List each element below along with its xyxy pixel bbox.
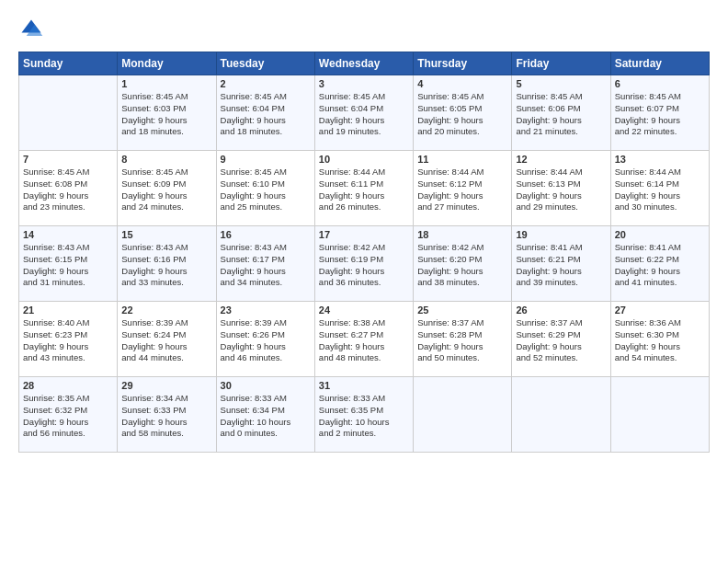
day-cell: 11Sunrise: 8:44 AMSunset: 6:12 PMDayligh… [414, 151, 512, 226]
day-info: Sunrise: 8:43 AMSunset: 6:16 PMDaylight:… [121, 242, 211, 289]
day-number: 17 [319, 229, 409, 240]
day-number: 16 [221, 229, 311, 240]
day-cell: 26Sunrise: 8:37 AMSunset: 6:29 PMDayligh… [512, 302, 610, 377]
day-number: 29 [121, 380, 211, 391]
sunrise-text: Sunrise: 8:40 AM [23, 317, 89, 327]
sunrise-text: Sunrise: 8:44 AM [615, 167, 681, 177]
sunrise-text: Sunrise: 8:33 AM [221, 393, 287, 403]
day-cell: 1Sunrise: 8:45 AMSunset: 6:03 PMDaylight… [118, 75, 216, 151]
day-cell: 23Sunrise: 8:39 AMSunset: 6:26 PMDayligh… [216, 302, 314, 377]
daylight-text: Daylight: 9 hoursand 58 minutes. [121, 417, 187, 439]
daylight-text: Daylight: 9 hoursand 36 minutes. [319, 266, 384, 288]
daylight-text: Daylight: 9 hoursand 48 minutes. [319, 341, 384, 363]
day-cell: 28Sunrise: 8:35 AMSunset: 6:32 PMDayligh… [19, 377, 118, 453]
sunrise-text: Sunrise: 8:41 AM [615, 242, 681, 252]
header-row: SundayMondayTuesdayWednesdayThursdayFrid… [19, 52, 710, 75]
col-header-tuesday: Tuesday [216, 52, 314, 75]
sunset-text: Sunset: 6:05 PM [417, 103, 482, 113]
logo-icon [18, 17, 44, 42]
sunrise-text: Sunrise: 8:42 AM [417, 242, 483, 252]
day-info: Sunrise: 8:45 AMSunset: 6:10 PMDaylight:… [221, 167, 311, 213]
day-number: 15 [121, 229, 211, 240]
sunset-text: Sunset: 6:28 PM [417, 329, 482, 339]
day-info: Sunrise: 8:44 AMSunset: 6:12 PMDaylight:… [417, 167, 507, 213]
daylight-text: Daylight: 9 hoursand 38 minutes. [417, 266, 483, 288]
sunrise-text: Sunrise: 8:45 AM [417, 91, 483, 101]
day-number: 1 [121, 78, 211, 89]
daylight-text: Daylight: 9 hoursand 29 minutes. [516, 190, 581, 213]
day-number: 27 [615, 304, 705, 316]
day-info: Sunrise: 8:38 AMSunset: 6:27 PMDaylight:… [319, 317, 409, 364]
sunset-text: Sunset: 6:26 PM [221, 329, 285, 339]
sunset-text: Sunset: 6:29 PM [516, 329, 580, 339]
day-number: 2 [221, 78, 311, 89]
day-info: Sunrise: 8:36 AMSunset: 6:30 PMDaylight:… [615, 317, 705, 364]
day-cell: 30Sunrise: 8:33 AMSunset: 6:34 PMDayligh… [216, 377, 314, 453]
sunrise-text: Sunrise: 8:39 AM [121, 317, 188, 327]
sunset-text: Sunset: 6:33 PM [121, 405, 186, 415]
day-info: Sunrise: 8:42 AMSunset: 6:20 PMDaylight:… [417, 242, 507, 289]
sunrise-text: Sunrise: 8:45 AM [615, 91, 681, 101]
day-cell [610, 377, 709, 453]
day-number: 10 [319, 154, 409, 165]
day-cell: 4Sunrise: 8:45 AMSunset: 6:05 PMDaylight… [414, 75, 512, 151]
week-row-1: 1Sunrise: 8:45 AMSunset: 6:03 PMDaylight… [19, 75, 710, 151]
sunrise-text: Sunrise: 8:36 AM [615, 317, 681, 327]
day-cell: 9Sunrise: 8:45 AMSunset: 6:10 PMDaylight… [216, 151, 314, 226]
col-header-monday: Monday [118, 52, 216, 75]
sunset-text: Sunset: 6:19 PM [319, 254, 383, 264]
sunrise-text: Sunrise: 8:45 AM [319, 91, 385, 101]
sunset-text: Sunset: 6:06 PM [516, 103, 580, 113]
day-number: 25 [417, 304, 507, 316]
day-cell: 7Sunrise: 8:45 AMSunset: 6:08 PMDaylight… [19, 151, 118, 226]
sunset-text: Sunset: 6:24 PM [121, 329, 186, 339]
day-info: Sunrise: 8:40 AMSunset: 6:23 PMDaylight:… [23, 317, 113, 364]
sunset-text: Sunset: 6:09 PM [121, 178, 186, 189]
daylight-text: Daylight: 9 hoursand 44 minutes. [121, 341, 187, 363]
daylight-text: Daylight: 9 hoursand 46 minutes. [221, 341, 286, 363]
day-number: 26 [516, 304, 606, 316]
daylight-text: Daylight: 9 hoursand 33 minutes. [121, 266, 187, 288]
col-header-sunday: Sunday [19, 52, 118, 75]
day-cell: 31Sunrise: 8:33 AMSunset: 6:35 PMDayligh… [314, 377, 413, 453]
sunset-text: Sunset: 6:08 PM [23, 178, 87, 189]
sunset-text: Sunset: 6:27 PM [319, 329, 383, 339]
day-cell: 27Sunrise: 8:36 AMSunset: 6:30 PMDayligh… [610, 302, 709, 377]
calendar-table: SundayMondayTuesdayWednesdayThursdayFrid… [18, 52, 710, 453]
col-header-saturday: Saturday [610, 52, 709, 75]
day-number: 9 [221, 154, 311, 165]
week-row-2: 7Sunrise: 8:45 AMSunset: 6:08 PMDaylight… [19, 151, 710, 226]
sunrise-text: Sunrise: 8:44 AM [417, 167, 483, 177]
day-cell: 10Sunrise: 8:44 AMSunset: 6:11 PMDayligh… [314, 151, 413, 226]
daylight-text: Daylight: 9 hoursand 43 minutes. [23, 341, 88, 363]
day-number: 5 [516, 78, 606, 89]
day-number: 31 [319, 380, 409, 391]
day-number: 3 [319, 78, 409, 89]
week-row-5: 28Sunrise: 8:35 AMSunset: 6:32 PMDayligh… [19, 377, 710, 453]
sunrise-text: Sunrise: 8:43 AM [23, 242, 89, 252]
day-number: 20 [615, 229, 705, 240]
day-number: 28 [23, 380, 113, 391]
sunrise-text: Sunrise: 8:34 AM [121, 393, 188, 403]
day-cell: 25Sunrise: 8:37 AMSunset: 6:28 PMDayligh… [414, 302, 512, 377]
day-cell: 13Sunrise: 8:44 AMSunset: 6:14 PMDayligh… [610, 151, 709, 226]
sunset-text: Sunset: 6:22 PM [615, 254, 679, 264]
day-info: Sunrise: 8:41 AMSunset: 6:22 PMDaylight:… [615, 242, 705, 289]
daylight-text: Daylight: 9 hoursand 18 minutes. [221, 115, 286, 137]
day-cell: 16Sunrise: 8:43 AMSunset: 6:17 PMDayligh… [216, 226, 314, 302]
sunset-text: Sunset: 6:10 PM [221, 178, 285, 189]
day-cell: 18Sunrise: 8:42 AMSunset: 6:20 PMDayligh… [414, 226, 512, 302]
sunset-text: Sunset: 6:03 PM [121, 103, 186, 113]
day-number: 21 [23, 304, 113, 316]
daylight-text: Daylight: 9 hoursand 20 minutes. [417, 115, 483, 137]
day-number: 8 [121, 154, 211, 165]
day-number: 14 [23, 229, 113, 240]
sunrise-text: Sunrise: 8:45 AM [221, 91, 287, 101]
day-info: Sunrise: 8:37 AMSunset: 6:29 PMDaylight:… [516, 317, 606, 364]
day-number: 18 [417, 229, 507, 240]
day-number: 24 [319, 304, 409, 316]
day-info: Sunrise: 8:45 AMSunset: 6:04 PMDaylight:… [319, 91, 409, 138]
sunrise-text: Sunrise: 8:45 AM [221, 167, 287, 177]
day-cell: 21Sunrise: 8:40 AMSunset: 6:23 PMDayligh… [19, 302, 118, 377]
day-number: 30 [221, 380, 311, 391]
